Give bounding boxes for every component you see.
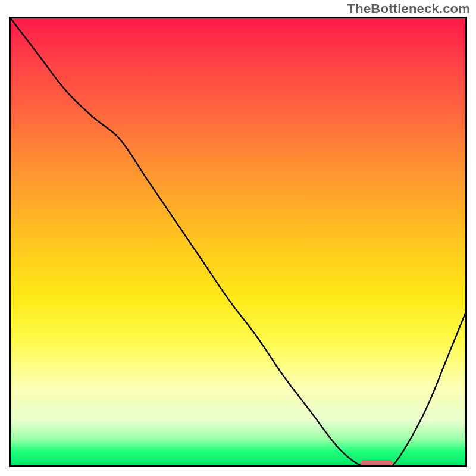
optimal-range-marker	[361, 460, 392, 467]
watermark-text: TheBottleneck.com	[347, 1, 470, 17]
bottleneck-curve	[11, 18, 465, 465]
chart-frame	[9, 17, 467, 467]
chart-container: TheBottleneck.com	[0, 0, 476, 476]
